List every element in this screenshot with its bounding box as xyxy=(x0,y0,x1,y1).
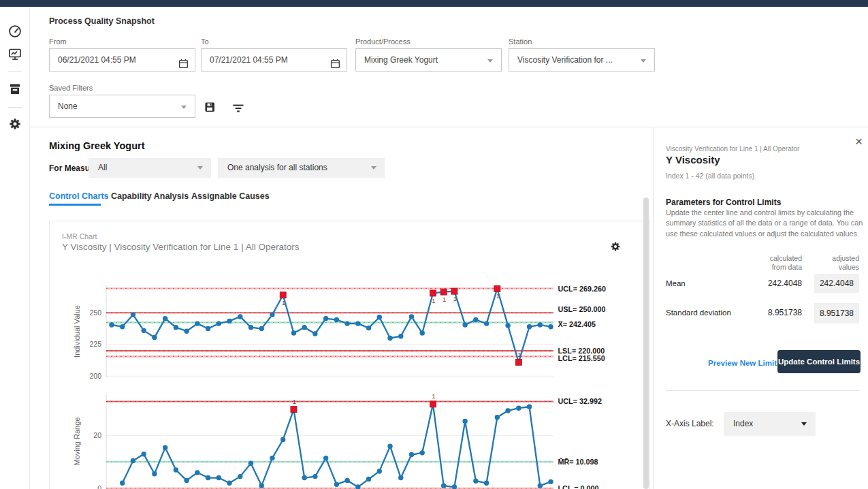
product-process-value: Mixing Greek Yogurt xyxy=(364,55,438,65)
active-tab-underline xyxy=(49,204,101,206)
process-heading: Mixing Greek Yogurt xyxy=(49,140,144,151)
close-icon[interactable]: × xyxy=(855,135,863,148)
station-label: Station xyxy=(509,37,532,46)
save-filter-icon[interactable] xyxy=(204,101,216,113)
mean-calculated-value: 242.4048 xyxy=(728,279,802,288)
svg-text:UCL= 32.992: UCL= 32.992 xyxy=(558,397,602,405)
svg-text:1: 1 xyxy=(453,295,457,302)
station-value: Viscosity Verification for ... xyxy=(517,55,613,65)
measure-value: All xyxy=(98,163,107,172)
chevron-down-icon xyxy=(801,422,807,426)
chart-settings-gear-icon[interactable] xyxy=(609,240,622,253)
app-window: Process Quality Snapshot From 06/21/2021… xyxy=(0,0,868,489)
svg-text:0: 0 xyxy=(97,484,101,489)
control-limits-panel: × Viscosity Verification for Line 1 | Al… xyxy=(654,127,868,489)
calculated-column-header: calculated from data xyxy=(756,254,802,272)
calendar-icon[interactable] xyxy=(330,55,340,72)
panel-subtitle: Viscosity Verification for Line 1 | All … xyxy=(666,145,799,153)
product-process-label: Product/Process xyxy=(355,37,411,46)
tab-assignable-causes[interactable]: Assignable Causes xyxy=(191,191,270,201)
settings-gear-icon[interactable] xyxy=(7,116,22,131)
from-label: From xyxy=(49,37,67,46)
svg-text:1: 1 xyxy=(443,296,446,303)
preview-new-limits-link[interactable]: Preview New Limits xyxy=(708,359,781,367)
sidebar-divider xyxy=(8,107,22,108)
to-label: To xyxy=(201,37,209,46)
svg-text:LCL = 0.000: LCL = 0.000 xyxy=(558,484,599,489)
top-bar xyxy=(0,0,868,7)
filter-icon[interactable] xyxy=(232,102,244,114)
svg-text:M̄R̄= 10.098: M̄R̄= 10.098 xyxy=(558,458,598,466)
svg-text:1: 1 xyxy=(496,292,500,300)
svg-text:1: 1 xyxy=(432,392,435,400)
chevron-down-icon xyxy=(197,166,203,170)
analysis-mode-value: One analysis for all stations xyxy=(227,163,327,172)
calendar-icon[interactable] xyxy=(178,55,189,72)
analysis-mode-select[interactable]: One analysis for all stations xyxy=(218,158,385,178)
to-date-value: 07/21/2021 04:55 PM xyxy=(210,55,288,65)
chevron-down-icon xyxy=(181,106,187,109)
page-title: Process Quality Snapshot xyxy=(49,16,155,26)
x-axis-value: Index xyxy=(733,419,753,428)
to-date-input[interactable]: 07/21/2021 04:55 PM xyxy=(201,48,347,72)
saved-filters-label: Saved Filters xyxy=(49,84,93,92)
svg-text:225: 225 xyxy=(89,340,101,348)
svg-text:Moving Range: Moving Range xyxy=(73,417,81,466)
stddev-row-label: Standard deviation xyxy=(666,309,731,317)
saved-filters-select[interactable]: None xyxy=(49,95,195,118)
svg-text:1: 1 xyxy=(517,351,521,358)
params-description: Update the center line and control limit… xyxy=(666,208,865,239)
product-process-select[interactable]: Mixing Greek Yogurt xyxy=(355,48,502,72)
sidebar xyxy=(0,7,30,489)
params-heading: Parameters for Control Limits xyxy=(666,198,781,207)
svg-text:1: 1 xyxy=(293,398,296,405)
chevron-down-icon xyxy=(487,59,493,63)
tab-control-charts[interactable]: Control Charts xyxy=(49,191,109,201)
dashboard-gauge-icon[interactable] xyxy=(7,24,22,39)
imr-chart-card: I-MR Chart Y Viscosity | Viscosity Verif… xyxy=(49,221,650,489)
stddev-adjusted-input[interactable]: 8.951738 xyxy=(814,303,859,324)
chevron-down-icon xyxy=(641,59,646,63)
x-axis-label: X-Axis Label: xyxy=(666,419,714,428)
chart-type-label: I-MR Chart xyxy=(62,232,97,240)
svg-text:UCL= 269.260: UCL= 269.260 xyxy=(558,285,607,293)
mean-row-label: Mean xyxy=(666,279,686,287)
svg-text:LCL= 215.550: LCL= 215.550 xyxy=(558,354,605,362)
svg-text:1: 1 xyxy=(282,299,285,306)
chart-title: Y Viscosity | Viscosity Verification for… xyxy=(62,242,299,252)
panel-section-divider xyxy=(666,390,859,391)
measure-select[interactable]: All xyxy=(89,158,211,178)
moving-range-chart: 200Moving RangeUCL= 32.992M̄R̄= 10.098LC… xyxy=(69,390,651,489)
monitor-chart-icon[interactable] xyxy=(7,47,22,62)
station-select[interactable]: Viscosity Verification for ... xyxy=(509,48,655,72)
archive-box-icon[interactable] xyxy=(7,82,22,97)
svg-text:X̄= 242.405: X̄= 242.405 xyxy=(558,320,596,328)
svg-text:250: 250 xyxy=(89,309,101,317)
svg-text:Individual Value: Individual Value xyxy=(73,305,81,358)
from-date-value: 06/21/2021 04:55 PM xyxy=(58,55,136,65)
chevron-down-icon xyxy=(371,166,376,170)
main-scrollbar[interactable] xyxy=(643,198,649,489)
update-control-limits-button[interactable]: Update Control Limits xyxy=(777,350,861,373)
panel-index-range: Index 1 - 42 (all data points) xyxy=(666,172,754,180)
mean-adjusted-input[interactable]: 242.4048 xyxy=(814,274,859,293)
tab-capability-analysis[interactable]: Capability Analysis xyxy=(111,191,189,201)
x-axis-select[interactable]: Index xyxy=(724,412,816,436)
svg-text:USL= 250.000: USL= 250.000 xyxy=(558,305,606,313)
stddev-calculated-value: 8.951738 xyxy=(728,308,802,317)
svg-text:20: 20 xyxy=(93,431,101,439)
saved-filters-value: None xyxy=(58,101,78,111)
panel-title: Y Viscosity xyxy=(666,154,720,165)
from-date-input[interactable]: 06/21/2021 04:55 PM xyxy=(49,48,195,72)
individual-value-chart: 250225200Individual ValueUCL= 269.260USL… xyxy=(69,280,651,388)
sidebar-divider xyxy=(8,72,22,72)
adjusted-column-header: adjusted values xyxy=(814,254,859,272)
svg-text:200: 200 xyxy=(89,372,101,380)
svg-text:1: 1 xyxy=(432,297,435,304)
